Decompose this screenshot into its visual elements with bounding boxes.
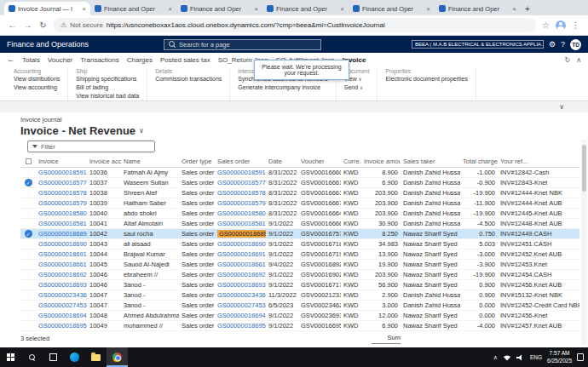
table-row[interactable]: GS00000018578-110038Shreen AtefSales ord… — [20, 187, 579, 198]
edge-button[interactable] — [64, 347, 85, 367]
ribbon-button[interactable]: Shipping specifications — [76, 75, 139, 83]
table-row[interactable]: GS00000018692-110046ebraheem //Sales ord… — [20, 269, 579, 279]
row-checkbox[interactable] — [20, 279, 36, 290]
table-row[interactable]: GS00000018690-110043ali alsaadSales orde… — [20, 238, 579, 249]
cell-invoice[interactable]: GS00000023436-1 — [36, 290, 87, 300]
row-checkbox[interactable] — [20, 300, 36, 310]
ribbon-button[interactable]: Electronic document properties — [385, 75, 468, 83]
table-row[interactable]: GS00000018693-1100463anod -Sales orderGS… — [20, 279, 579, 290]
cell-sales_order[interactable]: GS00000018691 — [215, 249, 266, 259]
column-header[interactable]: Invoice account — [87, 156, 121, 167]
row-checkbox[interactable] — [20, 320, 36, 330]
action-tab-totals[interactable]: Totals — [22, 56, 40, 64]
cell-invoice[interactable]: GS00000018691-1 — [36, 249, 87, 259]
table-row[interactable]: ✓GS00000018689-110042saul rochaSales ord… — [20, 228, 579, 238]
start-button[interactable] — [0, 347, 21, 367]
tab-close-icon[interactable]: × — [512, 5, 516, 13]
vertical-scrollbar[interactable] — [581, 140, 587, 345]
scrollbar-thumb[interactable] — [582, 145, 586, 192]
column-header[interactable]: Total charges — [460, 156, 498, 167]
tab-close-icon[interactable]: × — [254, 5, 258, 13]
collapse-up-icon[interactable]: ∧ — [576, 56, 581, 64]
row-checkbox[interactable] — [20, 167, 36, 177]
cell-invoice[interactable]: GS00000027453-1 — [36, 300, 87, 310]
row-checkbox[interactable] — [20, 269, 36, 279]
back-icon[interactable]: ← — [7, 20, 18, 30]
row-checkbox[interactable] — [20, 187, 36, 198]
browser-menu-icon[interactable]: ⋮ — [570, 20, 581, 30]
table-row[interactable]: GS00000018591-110036Fatmah Al AjmySales … — [20, 167, 579, 177]
column-header[interactable]: Curre... — [341, 156, 361, 167]
cell-sales_order[interactable]: GS00000018578 — [215, 187, 266, 198]
browser-tab[interactable]: Finance and Oper× — [435, 2, 521, 15]
task-view-button[interactable] — [43, 347, 64, 367]
cell-invoice[interactable]: GS00000018694-1 — [36, 310, 87, 320]
cell-sales_order[interactable]: GS00000018690 — [215, 238, 266, 249]
tab-close-icon[interactable]: × — [426, 5, 430, 13]
refresh-icon[interactable]: ↻ — [37, 20, 49, 30]
file-explorer-button[interactable] — [85, 347, 107, 367]
cell-invoice[interactable]: GS00000018692-1 — [36, 269, 87, 279]
company-selector[interactable]: BEEA ( M.A.B ELECTRICAL & ELECTRONICS AP… — [412, 40, 544, 49]
row-checkbox[interactable] — [20, 208, 36, 218]
row-checkbox[interactable] — [20, 218, 36, 228]
action-tab-charges[interactable]: Charges — [127, 56, 153, 64]
table-row[interactable]: GS00000018695-110049mohammed //Sales ord… — [20, 320, 579, 330]
cell-invoice[interactable]: GS00000018693-1 — [36, 279, 87, 290]
taskbar-clock[interactable]: 7:57 AM 6/25/2025 — [547, 350, 572, 364]
row-checkbox[interactable] — [20, 249, 36, 259]
cell-sales_order[interactable]: GS00000018591 — [215, 167, 266, 177]
cell-sales_order[interactable]: GS00000027453 — [215, 300, 266, 310]
refresh-icon[interactable]: ↻ — [564, 56, 570, 64]
cell-invoice[interactable]: GS00000018579-1 — [36, 198, 87, 208]
cell-sales_order[interactable]: GS00000018579 — [215, 198, 266, 208]
browser-tab[interactable]: Finance and Oper× — [176, 2, 262, 15]
browser-tab[interactable]: Finance and Oper× — [90, 2, 176, 15]
cell-sales_order[interactable]: GS00000018692 — [215, 269, 266, 279]
back-arrow-icon[interactable]: ← — [7, 55, 14, 64]
column-header[interactable]: Date — [266, 156, 298, 167]
cell-invoice[interactable]: GS00000018577-1 — [36, 177, 87, 187]
select-all-checkbox[interactable] — [26, 158, 32, 164]
row-checkbox[interactable] — [20, 310, 36, 320]
row-checkbox[interactable] — [20, 198, 36, 208]
table-row[interactable]: GS00000023436-1100473anod -Sales orderGS… — [20, 290, 579, 300]
cell-sales_order[interactable]: GS00000018695 — [215, 320, 266, 330]
table-row[interactable]: GS00000018661-110045Sauod Al-NajediSales… — [20, 259, 579, 269]
ribbon-button[interactable]: Bill of lading — [76, 83, 139, 92]
omnibox[interactable]: ⚠ Not secure https://usnconeboxax1aos.cl… — [53, 18, 536, 32]
cell-invoice[interactable]: GS00000018689-1 — [36, 228, 87, 238]
action-center-icon[interactable] — [577, 353, 584, 361]
ribbon-button[interactable]: Send ∨ — [344, 83, 370, 92]
taskbar-search-button[interactable] — [21, 347, 43, 367]
cell-invoice[interactable]: GS00000018695-1 — [36, 320, 87, 330]
ribbon-button[interactable]: Generate intercompany invoice — [238, 83, 327, 92]
table-row[interactable]: ✓GS00000018577-110037Waseem SultanSales … — [20, 177, 579, 187]
browser-profile-avatar[interactable] — [556, 20, 566, 31]
new-tab-button[interactable]: + — [521, 3, 534, 15]
language-label[interactable]: ENG — [530, 354, 542, 360]
browser-tab[interactable]: Finance and Oper× — [262, 2, 349, 15]
cell-sales_order[interactable]: GS00000018580 — [215, 208, 266, 218]
forward-icon[interactable]: → — [22, 20, 33, 30]
row-checkbox[interactable] — [20, 259, 36, 269]
tab-close-icon[interactable]: × — [340, 5, 344, 13]
tray-expand-icon[interactable]: ∧ — [493, 354, 498, 361]
cell-invoice[interactable]: GS00000018578-1 — [36, 187, 87, 198]
action-tab-transactions[interactable]: Transactions — [80, 56, 119, 64]
cell-invoice[interactable]: GS00000018690-1 — [36, 238, 87, 249]
table-row[interactable]: GS00000027453-1100473anod -Sales orderGS… — [20, 300, 579, 310]
browser-tab[interactable]: Invoice Journal — I× — [4, 2, 90, 15]
volume-icon[interactable] — [516, 354, 525, 361]
row-checkbox[interactable] — [20, 290, 36, 300]
row-checkbox[interactable]: ✓ — [20, 228, 36, 238]
bookmark-star-icon[interactable]: ☆ — [540, 20, 551, 30]
table-row[interactable]: GS00000018694-110048Ahmed AbdulrahmanSal… — [20, 310, 579, 320]
filter-input[interactable]: Filter — [27, 140, 155, 152]
column-header[interactable]: Sales order — [215, 156, 266, 167]
column-header[interactable]: Voucher — [298, 156, 341, 167]
row-checkbox[interactable]: ✓ — [20, 177, 36, 187]
network-icon[interactable] — [503, 354, 511, 361]
sales-order-highlight[interactable]: GS00000018689 — [217, 230, 266, 238]
cell-sales_order[interactable]: GS00000018694 — [215, 310, 266, 320]
